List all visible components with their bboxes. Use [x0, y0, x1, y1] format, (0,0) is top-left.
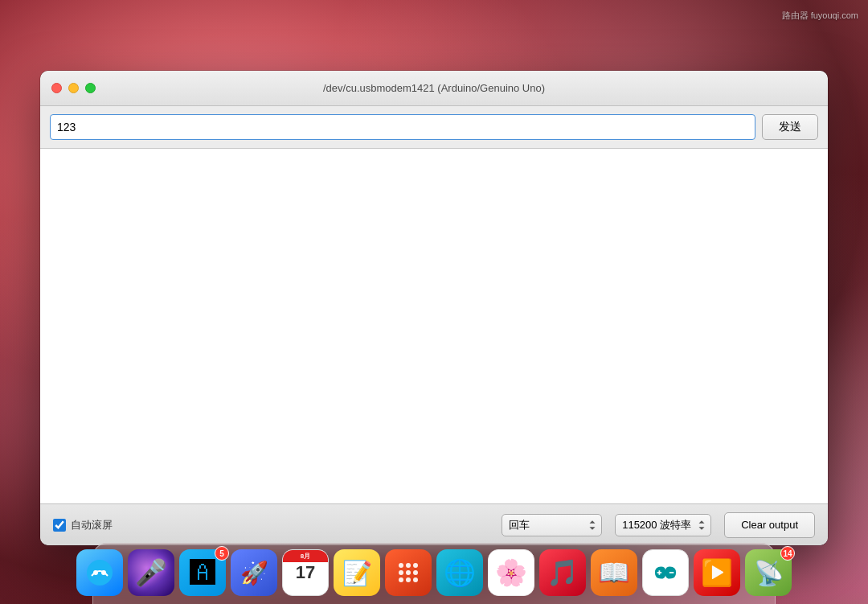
router-icon: 📡 14: [745, 549, 792, 596]
dock-item-video[interactable]: ▶️: [694, 549, 740, 596]
dock-item-router[interactable]: 📡 14: [745, 549, 792, 596]
dock: 🎤 🅰 5 🚀 8月 17 📝: [0, 532, 868, 604]
dock-item-photos[interactable]: 🌸: [488, 549, 534, 596]
dock-item-siri[interactable]: 🎤: [128, 549, 174, 596]
serial-input[interactable]: [50, 114, 755, 140]
svg-point-8: [413, 570, 418, 575]
arduino-icon: [642, 549, 689, 596]
window-controls: [51, 83, 96, 93]
appstore-icon: 🅰 5: [179, 549, 226, 596]
svg-point-6: [399, 570, 403, 575]
dock-item-notes[interactable]: 📝: [334, 549, 380, 596]
dock-item-finder2[interactable]: 🌐: [436, 549, 483, 596]
calendar-icon: 8月 17: [282, 549, 329, 596]
serial-monitor-window: /dev/cu.usbmodem1421 (Arduino/Genuino Un…: [40, 71, 828, 545]
music-icon: 🎵: [539, 549, 586, 596]
close-button[interactable]: [51, 83, 62, 93]
dock-item-launchpad2[interactable]: [385, 549, 432, 596]
svg-point-0: [87, 560, 113, 586]
svg-point-1: [93, 570, 98, 575]
dock-items: 🎤 🅰 5 🚀 8月 17 📝: [63, 549, 805, 601]
finder-icon: [76, 549, 123, 596]
dock-item-books[interactable]: 📖: [591, 549, 637, 596]
svg-point-9: [399, 577, 403, 582]
autoscroll-checkbox[interactable]: [53, 519, 66, 532]
books-icon: 📖: [591, 549, 637, 596]
dock-item-calendar[interactable]: 8月 17: [282, 549, 329, 596]
window-title: /dev/cu.usbmodem1421 (Arduino/Genuino Un…: [323, 82, 545, 94]
dock-item-finder[interactable]: [76, 549, 123, 596]
finder2-icon: 🌐: [436, 549, 483, 596]
calendar-month: 8月: [283, 550, 328, 562]
title-bar: /dev/cu.usbmodem1421 (Arduino/Genuino Un…: [40, 71, 828, 106]
dock-item-music[interactable]: 🎵: [539, 549, 586, 596]
autoscroll-label: 自动滚屏: [71, 518, 113, 532]
autoscroll-group: 自动滚屏: [53, 518, 113, 532]
maximize-button[interactable]: [85, 83, 96, 93]
dock-item-appstore[interactable]: 🅰 5: [179, 549, 226, 596]
svg-point-4: [406, 563, 411, 568]
svg-point-7: [406, 570, 411, 575]
dock-item-launchpad[interactable]: 🚀: [231, 549, 277, 596]
appstore-badge: 5: [215, 546, 229, 561]
input-area: 发送: [40, 106, 828, 149]
serial-output[interactable]: [40, 149, 828, 503]
notes-icon: 📝: [334, 549, 380, 596]
router-badge: 14: [780, 546, 795, 561]
launchpad2-icon: [385, 549, 432, 596]
calendar-day: 17: [296, 564, 315, 581]
siri-icon: 🎤: [128, 549, 174, 596]
launchpad-icon: 🚀: [231, 549, 277, 596]
send-button[interactable]: 发送: [762, 114, 818, 140]
svg-point-2: [101, 570, 106, 575]
dock-item-arduino[interactable]: [642, 549, 689, 596]
svg-point-3: [399, 563, 403, 568]
svg-point-10: [406, 577, 411, 582]
watermark: 路由器 fuyouqi.com: [782, 10, 858, 22]
svg-point-11: [413, 577, 418, 582]
minimize-button[interactable]: [68, 83, 79, 93]
photos-icon: 🌸: [488, 549, 534, 596]
video-icon: ▶️: [694, 549, 740, 596]
svg-point-5: [413, 563, 418, 568]
